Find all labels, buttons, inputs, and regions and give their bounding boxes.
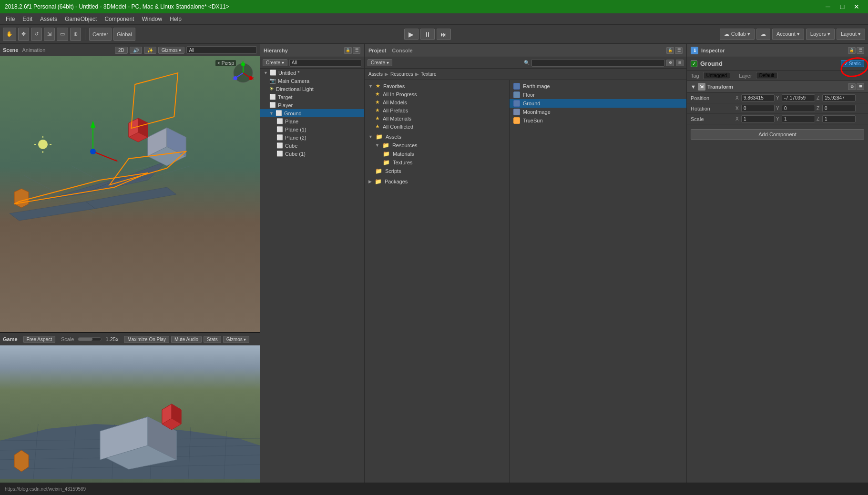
step-button[interactable]: ⏭ xyxy=(437,29,451,40)
asset-truesun[interactable]: TrueSun xyxy=(510,116,686,125)
tool-rotate[interactable]: ↺ xyxy=(31,28,42,41)
transform-menu-icon[interactable]: ☰ xyxy=(857,83,864,90)
menu-edit[interactable]: Edit xyxy=(19,15,36,23)
pause-button[interactable]: ⏸ xyxy=(420,29,435,40)
rotation-y-input[interactable] xyxy=(782,105,815,112)
asset-earth-image[interactable]: EarthImage xyxy=(510,82,686,91)
tag-dropdown[interactable]: Untagged xyxy=(703,72,730,79)
hierarchy-item-untitled[interactable]: ▼ ⬜ Untitled * xyxy=(260,69,364,77)
game-tab[interactable]: Game xyxy=(3,336,18,342)
project-search-input[interactable] xyxy=(531,59,664,67)
favorites-header[interactable]: ▼ ★ Favorites xyxy=(365,82,509,90)
resources-folder[interactable]: ▼ 📁 Resources xyxy=(365,141,509,150)
breadcrumb-assets[interactable]: Assets xyxy=(368,71,383,77)
project-create-btn[interactable]: Create ▾ xyxy=(368,59,392,66)
aspect-dropdown[interactable]: Free Aspect xyxy=(23,336,55,343)
layer-dropdown[interactable]: Default xyxy=(756,72,778,79)
hierarchy-menu-icon[interactable]: ☰ xyxy=(353,47,360,54)
materials-folder[interactable]: 📁 Materials xyxy=(365,150,509,158)
tool-move[interactable]: ✥ xyxy=(18,28,29,41)
position-x-input[interactable] xyxy=(741,94,775,101)
collab-button[interactable]: ☁ Collab ▾ xyxy=(720,29,755,40)
project-all-conflicted[interactable]: ★ All Conflicted xyxy=(365,122,509,131)
menu-help[interactable]: Help xyxy=(166,15,185,23)
project-grid-icon[interactable]: ⊞ xyxy=(676,60,684,66)
transform-settings-icon[interactable]: ⚙ xyxy=(848,83,856,90)
asset-ground-tex[interactable]: Ground xyxy=(510,99,686,108)
gizmos-dropdown[interactable]: Gizmos ▾ xyxy=(158,47,185,54)
console-tab[interactable]: Console xyxy=(392,48,412,53)
breadcrumb-resources[interactable]: Resources xyxy=(390,71,413,77)
rotation-z-input[interactable] xyxy=(822,105,856,112)
inspector-menu-icon[interactable]: ☰ xyxy=(857,47,864,54)
hierarchy-item-plane[interactable]: ⬜ Plane xyxy=(260,117,364,125)
scale-x-input[interactable] xyxy=(741,115,775,122)
position-z-input[interactable] xyxy=(822,94,856,101)
scene-canvas[interactable]: < Persp Y X xyxy=(0,56,260,332)
menu-component[interactable]: Component xyxy=(101,15,138,23)
scale-z-input[interactable] xyxy=(822,115,856,122)
position-y-input[interactable] xyxy=(782,94,815,101)
scene-tab[interactable]: Scene xyxy=(3,47,18,53)
close-button[interactable]: ✕ xyxy=(850,1,863,12)
hierarchy-lock-icon[interactable]: 🔒 xyxy=(344,47,352,54)
transform-component-header[interactable]: ▼ ⇲ Transform ⚙ ☰ xyxy=(687,81,868,93)
add-component-button[interactable]: Add Component xyxy=(691,129,864,140)
inspector-lock-icon[interactable]: 🔒 xyxy=(848,47,856,54)
hierarchy-item-cube[interactable]: ⬜ Cube xyxy=(260,141,364,150)
minimize-button[interactable]: ─ xyxy=(821,1,835,12)
effects-toggle[interactable]: ✨ xyxy=(144,47,156,54)
hierarchy-item-ground[interactable]: ▼ ⬜ Ground xyxy=(260,109,364,117)
space-button[interactable]: Global xyxy=(113,28,135,41)
scripts-folder[interactable]: 📁 Scripts xyxy=(365,167,509,175)
project-menu-icon[interactable]: ☰ xyxy=(675,47,683,54)
menu-window[interactable]: Window xyxy=(138,15,166,23)
object-active-checkbox[interactable]: ✓ xyxy=(691,61,697,67)
breadcrumb-texture[interactable]: Texture xyxy=(421,71,437,77)
assets-folder-header[interactable]: ▼ 📁 Assets xyxy=(365,132,509,141)
layout-button[interactable]: Layout ▾ xyxy=(837,29,865,40)
project-all-models[interactable]: ★ All Models xyxy=(365,98,509,106)
hierarchy-item-target[interactable]: ⬜ Target xyxy=(260,93,364,101)
rotation-x-input[interactable] xyxy=(741,105,775,112)
mute-audio-btn[interactable]: Mute Audio xyxy=(171,336,202,343)
scene-search-input[interactable] xyxy=(186,46,257,54)
menu-assets[interactable]: Assets xyxy=(36,15,61,23)
menu-gameobject[interactable]: GameObject xyxy=(61,15,101,23)
hierarchy-item-dir-light[interactable]: ☀ Directional Light xyxy=(260,85,364,93)
2d-toggle[interactable]: 2D xyxy=(115,47,128,54)
tool-rect[interactable]: ▭ xyxy=(57,28,68,41)
tool-hand[interactable]: ✋ xyxy=(3,28,16,41)
hierarchy-item-plane1[interactable]: ⬜ Plane (1) xyxy=(260,125,364,133)
menu-file[interactable]: File xyxy=(2,15,19,23)
hierarchy-create-btn[interactable]: Create ▾ xyxy=(263,59,287,66)
packages-folder[interactable]: ▶ 📁 Packages xyxy=(365,177,509,186)
stats-btn[interactable]: Stats xyxy=(204,336,221,343)
project-all-materials[interactable]: ★ All Materials xyxy=(365,114,509,122)
asset-floor[interactable]: Floor xyxy=(510,91,686,99)
audio-toggle[interactable]: 🔊 xyxy=(130,47,142,54)
hierarchy-item-plane2[interactable]: ⬜ Plane (2) xyxy=(260,133,364,141)
tool-multi[interactable]: ⊕ xyxy=(70,28,81,41)
textures-folder[interactable]: 📁 Textures xyxy=(365,158,509,167)
scale-y-input[interactable] xyxy=(782,115,815,122)
pivot-button[interactable]: Center xyxy=(89,28,112,41)
project-lock-icon[interactable]: 🔒 xyxy=(666,47,674,54)
project-all-in-progress[interactable]: ★ All In Progress xyxy=(365,90,509,98)
game-gizmos-btn[interactable]: Gizmos ▾ xyxy=(223,336,250,343)
project-all-prefabs[interactable]: ★ All Prefabs xyxy=(365,106,509,114)
hierarchy-search-input[interactable] xyxy=(289,59,361,67)
layers-button[interactable]: Layers ▾ xyxy=(806,29,835,40)
asset-moon-image[interactable]: MoonImage xyxy=(510,108,686,116)
maximize-on-play-btn[interactable]: Maximize On Play xyxy=(124,336,169,343)
play-button[interactable]: ▶ xyxy=(404,29,419,40)
animator-tab[interactable]: Animation xyxy=(22,47,45,53)
project-settings-icon[interactable]: ⚙ xyxy=(666,60,674,66)
hierarchy-item-main-camera[interactable]: 📷 Main Camera xyxy=(260,77,364,85)
hierarchy-item-player[interactable]: ⬜ Player xyxy=(260,101,364,109)
tool-scale[interactable]: ⇲ xyxy=(44,28,55,41)
cloud-button[interactable]: ☁ xyxy=(756,29,770,40)
static-badge[interactable]: ✓ Static xyxy=(841,60,864,67)
maximize-button[interactable]: □ xyxy=(836,1,849,12)
hierarchy-item-cube1[interactable]: ⬜ Cube (1) xyxy=(260,150,364,158)
